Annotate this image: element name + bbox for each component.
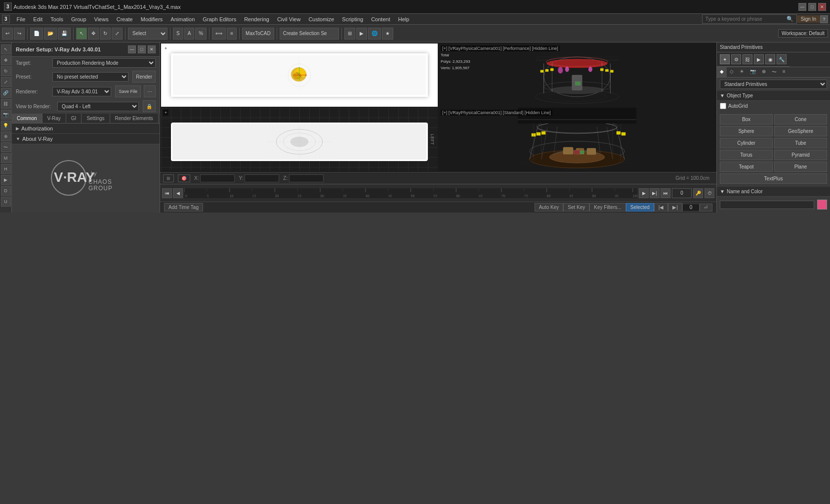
modifier-btn[interactable]: M — [1, 153, 11, 163]
create-selection-button[interactable]: Create Selection Se — [280, 28, 339, 40]
render-close-btn[interactable]: ✕ — [148, 45, 156, 53]
render-button[interactable]: ▶ — [356, 28, 367, 40]
teapot-btn[interactable]: Teapot — [720, 162, 773, 172]
frame-number-input[interactable] — [672, 188, 692, 198]
new-scene-button[interactable]: 📄 — [30, 28, 43, 40]
preset-dropdown[interactable]: No preset selected — [52, 72, 128, 82]
renderer-dropdown[interactable]: V-Ray Adv 3.40.01 — [52, 87, 111, 96]
menu-graph-editors[interactable]: Graph Editors — [199, 15, 240, 23]
tab-vray[interactable]: V-Ray — [42, 114, 66, 123]
spinner-snap-button[interactable]: % — [195, 28, 207, 40]
menu-file[interactable]: File — [13, 15, 30, 23]
scale-tool-btn[interactable]: ⤢ — [1, 77, 11, 87]
systems-tab[interactable]: ≡ — [780, 67, 788, 77]
motion-mode-btn[interactable]: ▶ — [754, 54, 764, 64]
display-btn[interactable]: D — [1, 186, 11, 196]
key-mode-btn[interactable]: 🔑 — [693, 188, 703, 198]
color-swatch[interactable] — [817, 200, 827, 210]
mirror-button[interactable]: ⟺ — [212, 28, 226, 40]
sign-in-button[interactable]: Sign In — [797, 15, 820, 23]
snap-button[interactable]: S — [173, 28, 183, 40]
hierarchy-btn[interactable]: H — [1, 164, 11, 174]
go-to-start-btn[interactable]: ⏮ — [162, 188, 172, 198]
play-btn[interactable]: ▶ — [639, 188, 649, 198]
render-maximize-btn[interactable]: □ — [138, 45, 146, 53]
anim-mode-btn[interactable]: ⏎ — [700, 204, 712, 211]
link-tool-btn[interactable]: 🔗 — [1, 88, 11, 98]
key-filters-btn[interactable]: Key Filters... — [589, 203, 626, 211]
primitives-dropdown[interactable]: Standard Primitives — [720, 80, 827, 89]
object-type-header[interactable]: ▼ Object Type — [717, 91, 830, 101]
viewport-top-left[interactable]: + — [161, 43, 438, 107]
view-to-render-dropdown[interactable]: Quad 4 - Left — [57, 102, 139, 111]
helper-tool-btn[interactable]: ⊕ — [1, 131, 11, 141]
cone-btn[interactable]: Cone — [774, 114, 827, 125]
tab-settings[interactable]: Settings — [82, 114, 110, 123]
redo-button[interactable]: ↪ — [14, 28, 25, 40]
plane-btn[interactable]: Plane — [774, 162, 827, 172]
effects-button[interactable]: ★ — [382, 28, 393, 40]
tab-gi[interactable]: GI — [66, 114, 82, 123]
time-config-btn[interactable]: ⏱ — [705, 188, 714, 198]
sphere-btn[interactable]: Sphere — [720, 126, 773, 136]
lock-view-btn[interactable]: 🔒 — [143, 100, 156, 112]
maximize-button[interactable]: □ — [808, 3, 816, 11]
name-input[interactable] — [720, 201, 814, 209]
menu-help[interactable]: Help — [394, 15, 414, 23]
save-button[interactable]: 💾 — [58, 28, 71, 40]
next-frame-btn[interactable]: ▶| — [650, 188, 660, 198]
help-close-button[interactable]: ? — [820, 15, 828, 23]
about-vray-section[interactable]: ▼ About V-Ray — [12, 134, 160, 144]
z-input[interactable] — [289, 174, 324, 182]
angle-snap-button[interactable]: A — [184, 28, 195, 40]
render-minimize-btn[interactable]: — — [128, 45, 136, 53]
cylinder-btn[interactable]: Cylinder — [720, 138, 773, 148]
go-to-end-btn[interactable]: ⏭ — [661, 188, 670, 198]
add-time-tag-btn[interactable]: Add Time Tag — [164, 203, 203, 211]
utilities-mode-btn[interactable]: 🔧 — [777, 54, 787, 64]
utilities-btn[interactable]: U — [1, 197, 11, 207]
current-frame-input[interactable] — [682, 204, 700, 211]
search-icon[interactable]: 🔍 — [787, 16, 793, 22]
frame-nav-end[interactable]: ▶| — [668, 203, 682, 211]
prev-frame-btn[interactable]: ◀ — [173, 188, 183, 198]
menu-edit[interactable]: Edit — [29, 15, 46, 23]
shapes-tab[interactable]: ◇ — [727, 67, 737, 77]
menu-scripting[interactable]: Scripting — [338, 15, 367, 23]
move-tool-btn[interactable]: ✥ — [1, 55, 11, 65]
menu-tools[interactable]: Tools — [46, 15, 67, 23]
spacewarp-tab[interactable]: 〜 — [769, 67, 780, 77]
autokey-btn[interactable]: Auto Key — [535, 203, 564, 211]
workspace-selector[interactable]: Workspace: Default — [778, 29, 828, 38]
tab-render-elements[interactable]: Render Elements — [110, 114, 159, 123]
max-to-cad-button[interactable]: MaxToCAD — [242, 28, 274, 40]
frame-nav-start[interactable]: |◀ — [654, 203, 668, 211]
lights-tab[interactable]: ☀ — [737, 67, 747, 77]
menu-group[interactable]: Group — [67, 15, 90, 23]
scale-button[interactable]: ⤢ — [112, 28, 123, 40]
cameras-tab[interactable]: 📷 — [747, 67, 759, 77]
layer-button[interactable]: ⊞ — [344, 28, 355, 40]
render-options-btn[interactable]: ⋯ — [144, 85, 156, 97]
timeline-scale[interactable]: 0 5 10 15 20 25 30 35 40 — [184, 188, 637, 198]
autogrid-checkbox[interactable] — [720, 103, 726, 109]
hierarchy-mode-btn[interactable]: ⛓ — [743, 54, 752, 64]
setkey-btn[interactable]: Set Key — [563, 203, 589, 211]
env-button[interactable]: 🌐 — [368, 28, 381, 40]
tube-btn[interactable]: Tube — [774, 138, 827, 148]
snap-indicator[interactable]: 🎯 — [178, 174, 190, 182]
grid-indicator[interactable]: ⊞ — [163, 174, 174, 182]
open-button[interactable]: 📂 — [44, 28, 57, 40]
pyramid-btn[interactable]: Pyramid — [774, 150, 827, 160]
y-input[interactable] — [245, 174, 279, 182]
torus-btn[interactable]: Torus — [720, 150, 773, 160]
modify-mode-btn[interactable]: ⚙ — [731, 54, 741, 64]
motion-btn[interactable]: ▶ — [1, 175, 11, 185]
unlink-tool-btn[interactable]: ⛓ — [1, 99, 11, 109]
name-color-header[interactable]: ▼ Name and Color — [717, 187, 830, 197]
viewport-bottom-left[interactable]: + — [161, 108, 438, 171]
rotate-button[interactable]: ↻ — [100, 28, 111, 40]
rotate-tool-btn[interactable]: ↻ — [1, 66, 11, 76]
menu-create[interactable]: Create — [113, 15, 137, 23]
align-button[interactable]: ≡ — [227, 28, 237, 40]
